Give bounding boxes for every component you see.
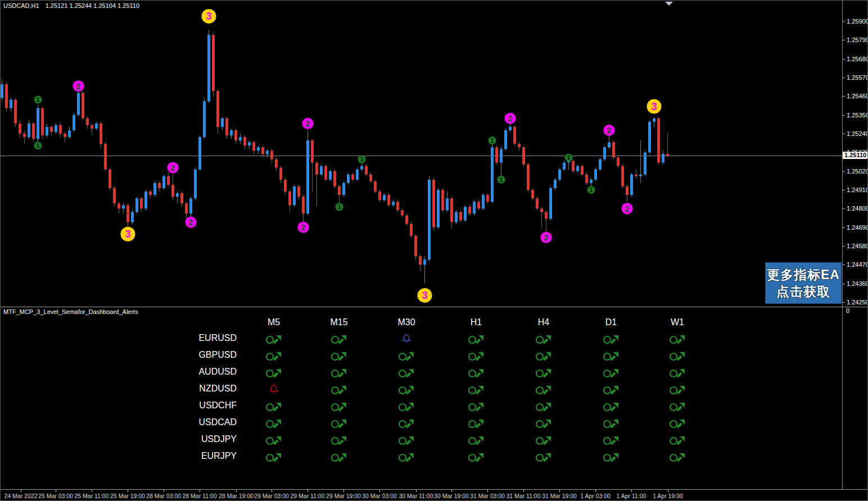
signal-up-arrow-icon xyxy=(331,417,347,429)
signal-up-arrow-icon xyxy=(399,367,414,378)
signal-up-arrow-icon xyxy=(266,367,282,378)
candle-body xyxy=(270,151,273,159)
price-tick-label: 1.25240 xyxy=(843,131,868,137)
candle-body xyxy=(563,163,566,170)
candle-body xyxy=(518,144,521,147)
semafor-digit: 3 xyxy=(422,290,427,301)
signal-up-arrow-icon xyxy=(603,400,619,412)
candle-body xyxy=(500,149,503,162)
subwindow-separator[interactable] xyxy=(1,307,868,307)
semafor-digit: 2 xyxy=(301,223,306,232)
candle-body xyxy=(468,207,471,213)
semafor-digit: 1 xyxy=(567,154,571,161)
time-tick-mark xyxy=(272,490,272,492)
signal-up-arrow-icon xyxy=(399,417,414,429)
candle-body xyxy=(55,125,57,132)
time-tick-mark xyxy=(523,490,524,492)
time-tick-label: 25 Mar 03:00 xyxy=(38,493,73,499)
signal-up-arrow-icon xyxy=(399,350,414,361)
time-tick-label: 30 Mar 11:00 xyxy=(399,493,433,499)
candle-body xyxy=(459,212,462,220)
tf-header-d1: D1 xyxy=(605,317,617,327)
candle-body xyxy=(527,165,530,190)
signal-up-arrow-icon xyxy=(266,400,282,412)
time-axis[interactable]: 24 Mar 202225 Mar 03:0025 Mar 11:0025 Ma… xyxy=(1,490,868,501)
candle-body xyxy=(306,140,309,213)
signal-up-arrow-icon xyxy=(670,417,685,429)
candle-body xyxy=(401,210,404,215)
candle-body xyxy=(599,159,602,169)
time-tick-mark xyxy=(343,490,344,492)
candle-body xyxy=(365,166,368,175)
indicator-name-label: MTF_MCP_3_Level_Semafor_Dashboard_Alerts xyxy=(3,308,138,315)
symbol-label-usdcad: USDCAD xyxy=(147,417,237,427)
chart-canvas[interactable]: 112322322113112211223 xyxy=(1,1,868,307)
candle-body xyxy=(360,166,363,170)
signal-up-arrow-icon xyxy=(603,350,619,361)
signal-up-arrow-icon xyxy=(670,367,685,378)
candle-body xyxy=(86,119,89,125)
candle-body xyxy=(477,202,480,208)
candle-body xyxy=(329,171,332,180)
candle-body xyxy=(666,154,669,156)
candle-body xyxy=(50,127,53,132)
promo-banner[interactable]: 更多指标EA 点击获取 xyxy=(765,262,842,304)
time-tick-mark xyxy=(416,490,417,492)
time-tick-label: 30 Mar 03:00 xyxy=(362,493,397,499)
price-tick-label: 1.24910 xyxy=(843,187,868,193)
signal-up-arrow-icon xyxy=(536,367,551,378)
time-tick-mark xyxy=(559,490,560,492)
signal-up-arrow-icon xyxy=(536,451,551,462)
signal-up-arrow-icon xyxy=(468,400,484,412)
candle-body xyxy=(243,137,246,145)
candle-body xyxy=(387,195,390,205)
candle-body xyxy=(198,137,201,170)
candle-body xyxy=(545,212,548,218)
time-tick-mark xyxy=(21,490,21,492)
candle-body xyxy=(68,130,71,137)
symbol-label-audusd: AUDUSD xyxy=(147,367,237,377)
signal-up-arrow-icon xyxy=(603,384,619,395)
signal-up-arrow-icon xyxy=(331,333,347,344)
semafor-digit: 2 xyxy=(544,233,549,242)
semafor-digit: 2 xyxy=(189,218,193,227)
candle-body xyxy=(351,175,354,180)
signal-up-arrow-icon xyxy=(536,417,551,429)
signal-up-arrow-icon xyxy=(670,434,685,445)
candle-body xyxy=(293,186,296,205)
candle-body xyxy=(176,193,179,197)
candle-body xyxy=(455,212,458,222)
semafor-digit: 1 xyxy=(37,143,40,149)
candle-body xyxy=(536,198,539,208)
candle-body xyxy=(10,99,12,108)
semafor-digit: 1 xyxy=(500,177,503,183)
signal-up-arrow-icon xyxy=(331,434,347,445)
semafor-digit: 2 xyxy=(171,163,175,172)
candle-body xyxy=(653,119,655,122)
candle-body xyxy=(617,157,620,166)
price-axis[interactable]: 1.25110 0 1.259001.257901.256801.255701.… xyxy=(843,1,868,489)
candle-body xyxy=(284,180,287,192)
tf-header-m5: M5 xyxy=(268,317,280,327)
signal-up-arrow-icon xyxy=(536,384,551,395)
time-tick-mark xyxy=(56,490,56,492)
candle-body xyxy=(234,130,237,140)
candle-body xyxy=(491,147,494,202)
candle-body xyxy=(590,180,593,183)
time-tick-mark xyxy=(595,490,596,492)
candle-body xyxy=(621,166,624,186)
candle-body xyxy=(113,188,116,203)
candle-body xyxy=(383,195,386,200)
candle-body xyxy=(441,190,444,210)
candle-body xyxy=(486,195,489,202)
candle-body xyxy=(473,202,476,213)
semafor-digit: 3 xyxy=(125,229,130,240)
candle-body xyxy=(126,205,129,222)
chart-shift-marker[interactable] xyxy=(665,2,673,6)
candle-body xyxy=(657,119,660,163)
time-tick-label: 30 Mar 19:00 xyxy=(434,493,469,499)
candle-body xyxy=(338,186,341,195)
candle-body xyxy=(140,198,143,208)
time-tick-mark xyxy=(668,490,668,492)
candle-body xyxy=(185,203,188,213)
